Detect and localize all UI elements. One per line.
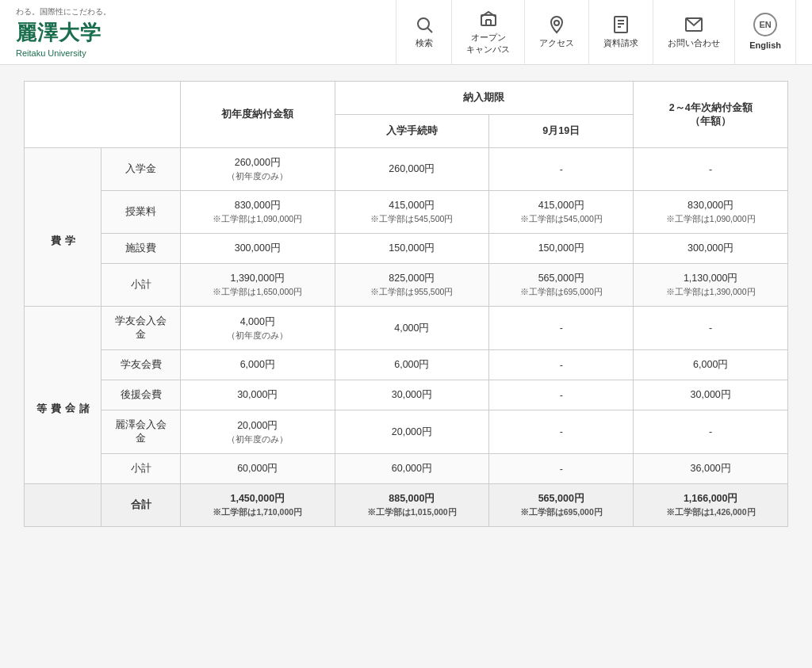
nav-access[interactable]: アクセス [524,0,588,65]
nav-materials-label: 資料請求 [603,37,638,48]
value-cell: 260,000円 [335,148,489,191]
value-cell: 36,000円 [634,454,788,484]
value-cell: 150,000円 [489,234,634,264]
value-cell: 6,000円 [634,350,788,380]
value-cell: 565,000円※工学部は695,000円 [489,264,634,307]
value-cell: 825,000円※工学部は955,500円 [335,264,489,307]
access-icon [547,15,566,34]
nav-bar: 検索 オープンキャンパス アクセス 資料請求 お [396,0,796,65]
contact-icon [684,15,703,34]
logo-main: 麗澤大学 [16,19,111,47]
nav-access-label: アクセス [539,37,574,48]
value-cell: 260,000円（初年度のみ） [181,148,335,191]
category-cell: 学 費 [25,148,102,307]
total-subtext: ※工学部は695,000円 [499,507,623,518]
th-sep19: 9月19日 [489,115,634,148]
english-badge: EN [753,13,777,36]
subtext: ※工学部は1,090,000円 [643,214,778,225]
category-cell: 諸 会 費 等 [25,307,102,484]
value-cell: 830,000円※工学部は1,090,000円 [181,191,335,234]
value-cell: 60,000円 [181,454,335,484]
table-row: 授業料830,000円※工学部は1,090,000円415,000円※工学部は5… [25,191,788,234]
nav-contact-label: お問い合わせ [668,37,720,48]
search-icon [415,15,434,34]
table-row: 小計60,000円60,000円-36,000円 [25,454,788,484]
table-row: 麗澤会入会金20,000円（初年度のみ）20,000円-- [25,410,788,454]
nav-open-campus-label: オープンキャンパス [466,32,510,55]
total-item-cell: 合計 [102,484,181,527]
item-cell: 学友会費 [102,350,181,380]
item-cell: 小計 [102,454,181,484]
value-cell: 1,390,000円※工学部は1,650,000円 [181,264,335,307]
value-cell: 20,000円 [335,410,489,454]
subtext: ※工学部は695,000円 [499,287,623,298]
nav-contact[interactable]: お問い合わせ [653,0,734,65]
logo-area: わる。国際性にこだわる。 麗澤大学 Reitaku University [16,6,111,58]
subtext: （初年度のみ） [190,434,325,445]
fee-table: 初年度納付金額 納入期限 2～4年次納付金額 （年額） 入学手続時 9月19日 … [24,81,788,527]
value-cell: 830,000円※工学部は1,090,000円 [634,191,788,234]
table-row: 学友会費6,000円6,000円-6,000円 [25,350,788,380]
open-campus-icon [479,10,498,29]
value-cell: - [634,148,788,191]
item-cell: 学友会入会金 [102,307,181,350]
svg-point-0 [418,18,429,29]
nav-open-campus[interactable]: オープンキャンパス [451,0,524,65]
value-cell: 30,000円 [335,380,489,410]
th-subsequent: 2～4年次納付金額 （年額） [634,82,788,148]
logo-sub: Reitaku University [16,48,111,58]
value-cell: 60,000円 [335,454,489,484]
value-cell: 30,000円 [634,380,788,410]
nav-english-label: English [749,40,781,51]
value-cell: - [489,350,634,380]
total-subtext: ※工学部は1,015,000円 [345,507,480,518]
value-cell: - [489,380,634,410]
total-value-cell: 1,450,000円※工学部は1,710,000円 [181,484,335,527]
table-row: 学 費入学金260,000円（初年度のみ）260,000円-- [25,148,788,191]
materials-icon [611,15,630,34]
item-cell: 施設費 [102,234,181,264]
value-cell: 1,130,000円※工学部は1,390,000円 [634,264,788,307]
value-cell: 30,000円 [181,380,335,410]
value-cell: - [489,307,634,350]
subtext: ※工学部は545,500円 [345,214,480,225]
svg-point-6 [554,21,559,25]
total-value-cell: 1,166,000円※工学部は1,426,000円 [634,484,788,527]
value-cell: 4,000円（初年度のみ） [181,307,335,350]
logo-tagline: わる。国際性にこだわる。 [16,6,111,17]
total-category-cell [25,484,102,527]
total-subtext: ※工学部は1,426,000円 [643,507,778,518]
value-cell: 415,000円※工学部は545,000円 [489,191,634,234]
svg-line-1 [427,29,432,33]
subtext: （初年度のみ） [190,330,325,342]
nav-search[interactable]: 検索 [396,0,451,65]
subtext: （初年度のみ） [190,171,325,182]
total-subtext: ※工学部は1,710,000円 [190,507,325,518]
value-cell: 150,000円 [335,234,489,264]
subtext: ※工学部は955,500円 [345,287,480,298]
subtext: ※工学部は1,090,000円 [190,214,325,225]
value-cell: 300,000円 [181,234,335,264]
value-cell: - [489,410,634,454]
item-cell: 入学金 [102,148,181,191]
item-cell: 授業料 [102,191,181,234]
item-cell: 後援会費 [102,380,181,410]
th-first-year: 初年度納付金額 [181,82,335,148]
subtext: ※工学部は1,390,000円 [643,287,778,298]
nav-search-label: 検索 [416,37,433,48]
page-header: わる。国際性にこだわる。 麗澤大学 Reitaku University 検索 … [0,0,812,65]
value-cell: 6,000円 [335,350,489,380]
nav-english[interactable]: EN English [734,0,796,65]
th-item [25,82,181,148]
total-value-cell: 885,000円※工学部は1,015,000円 [335,484,489,527]
value-cell: 6,000円 [181,350,335,380]
value-cell: 20,000円（初年度のみ） [181,410,335,454]
total-value-cell: 565,000円※工学部は695,000円 [489,484,634,527]
nav-materials[interactable]: 資料請求 [588,0,653,65]
subtext: ※工学部は545,000円 [499,214,623,225]
subtext: ※工学部は1,650,000円 [190,287,325,298]
total-row: 合計1,450,000円※工学部は1,710,000円885,000円※工学部は… [25,484,788,527]
value-cell: - [634,307,788,350]
th-admission: 入学手続時 [335,115,489,148]
table-row: 施設費300,000円150,000円150,000円300,000円 [25,234,788,264]
